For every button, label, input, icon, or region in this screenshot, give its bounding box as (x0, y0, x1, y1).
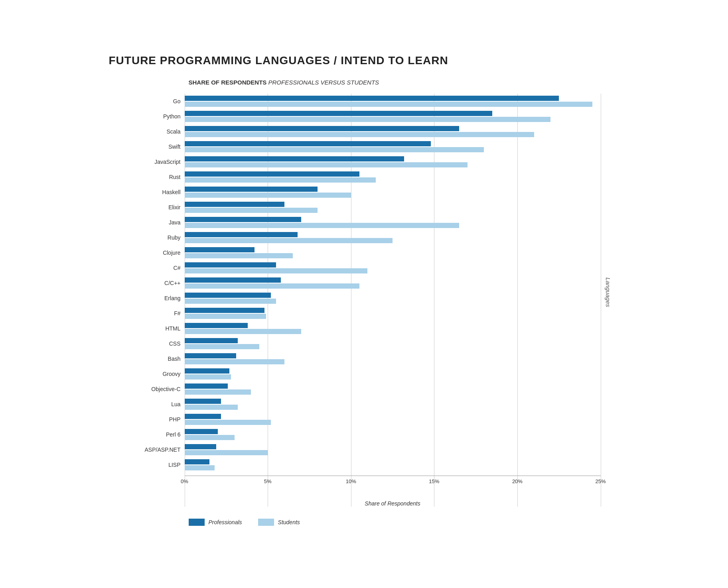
professionals-bar (185, 293, 271, 298)
legend-professionals: Professionals (189, 519, 242, 526)
professionals-bar (185, 217, 301, 222)
bar-group (185, 427, 601, 442)
students-bar (185, 177, 376, 183)
students-bar (185, 374, 231, 380)
y-label: C# (109, 260, 185, 275)
x-axis: 0%5%10%15%20%25% (185, 476, 601, 488)
bar-group (185, 94, 601, 109)
y-label: Elixir (109, 200, 185, 215)
y-label: Erlang (109, 291, 185, 306)
y-label: Rust (109, 169, 185, 185)
professionals-bar (185, 399, 221, 404)
bar-group (185, 291, 601, 306)
professionals-bar (185, 323, 248, 328)
professionals-bar (185, 202, 284, 207)
bar-group (185, 457, 601, 472)
y-label: Python (109, 109, 185, 124)
professionals-bar (185, 141, 431, 146)
legend-students: Students (258, 519, 300, 526)
bar-group (185, 139, 601, 154)
professionals-bar (185, 111, 493, 116)
y-label: Go (109, 94, 185, 109)
students-bar (185, 223, 459, 228)
chart-subtitle: SHARE OF RESPONDENTS Professionals versu… (189, 79, 612, 86)
x-tick: 5% (264, 478, 272, 484)
professionals-bar (185, 459, 210, 464)
bars-and-grid: 0%5%10%15%20%25% Share of Respondents (185, 94, 601, 507)
students-bar (185, 299, 276, 304)
students-swatch (258, 519, 274, 526)
professionals-bar (185, 187, 318, 192)
x-tick: 15% (429, 478, 439, 484)
students-bar (185, 329, 301, 334)
students-bar (185, 268, 368, 273)
students-label: Students (278, 519, 300, 525)
bar-group (185, 351, 601, 366)
x-tick: 20% (512, 478, 523, 484)
bar-group (185, 200, 601, 215)
bar-group (185, 169, 601, 185)
professionals-bar (185, 171, 359, 177)
bar-group (185, 336, 601, 351)
bar-group (185, 185, 601, 200)
students-bar (185, 283, 359, 289)
y-label: CSS (109, 336, 185, 351)
chart-title: FUTURE PROGRAMMING LANGUAGES / INTEND TO… (109, 54, 612, 67)
y-label: Scala (109, 124, 185, 139)
y-label: Objective-C (109, 382, 185, 397)
y-label: Swift (109, 139, 185, 154)
professionals-bar (185, 232, 298, 237)
professionals-bar (185, 96, 559, 101)
students-bar (185, 102, 592, 107)
students-bar (185, 117, 551, 122)
bars-container (185, 94, 601, 472)
professionals-bar (185, 247, 255, 252)
professionals-bar (185, 308, 264, 313)
bar-group (185, 397, 601, 412)
x-tick: 25% (595, 478, 606, 484)
chart-area: GoPythonScalaSwiftJavaScriptRustHaskellE… (109, 94, 612, 507)
bar-group (185, 245, 601, 260)
professionals-bar (185, 353, 236, 358)
professionals-bar (185, 126, 459, 131)
professionals-bar (185, 156, 404, 161)
professionals-bar (185, 429, 218, 434)
y-label: LISP (109, 457, 185, 472)
students-bar (185, 253, 293, 258)
y-label: Haskell (109, 185, 185, 200)
x-tick: 10% (346, 478, 356, 484)
right-axis-label: Languages (601, 94, 612, 507)
students-bar (185, 193, 351, 198)
bar-group (185, 275, 601, 291)
y-label: PHP (109, 412, 185, 427)
subtitle-italic: Professionals versus students (268, 79, 379, 86)
professionals-bar (185, 414, 221, 419)
x-axis-label: Share of Respondents (185, 500, 601, 507)
students-bar (185, 450, 268, 455)
y-label: C/C++ (109, 275, 185, 291)
y-label: Groovy (109, 366, 185, 382)
chart-container: FUTURE PROGRAMMING LANGUAGES / INTEND TO… (85, 30, 643, 558)
professionals-bar (185, 383, 228, 389)
bar-group (185, 306, 601, 321)
students-bar (185, 405, 238, 410)
students-bar (185, 238, 393, 243)
bar-group (185, 366, 601, 382)
students-bar (185, 420, 271, 425)
bar-group (185, 124, 601, 139)
students-bar (185, 208, 318, 213)
professionals-label: Professionals (209, 519, 242, 525)
professionals-bar (185, 262, 276, 267)
professionals-bar (185, 444, 216, 449)
students-bar (185, 389, 251, 395)
students-bar (185, 147, 484, 152)
y-label: Lua (109, 397, 185, 412)
bar-group (185, 260, 601, 275)
professionals-bar (185, 277, 281, 283)
y-label: Bash (109, 351, 185, 366)
y-label: JavaScript (109, 154, 185, 169)
bar-group (185, 109, 601, 124)
students-bar (185, 132, 534, 137)
bar-group (185, 382, 601, 397)
y-labels: GoPythonScalaSwiftJavaScriptRustHaskellE… (109, 94, 185, 507)
